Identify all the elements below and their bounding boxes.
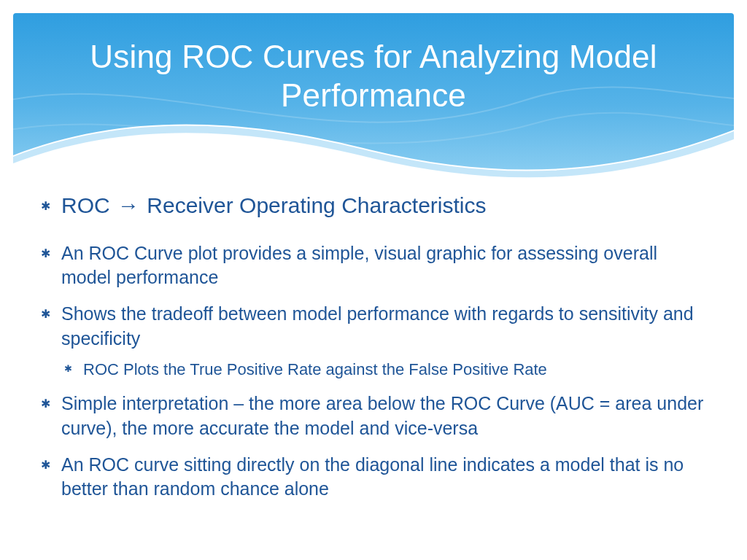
arrow-icon: → [116, 191, 141, 221]
title-banner: Using ROC Curves for Analyzing Model Per… [13, 13, 734, 181]
slide-body: ROC → Receiver Operating Characteristics… [39, 191, 708, 513]
lead-bullet: ROC → Receiver Operating Characteristics [39, 191, 708, 221]
bullet-item: Shows the tradeoff between model perform… [39, 302, 708, 380]
bullet-item: Simple interpretation – the more area be… [39, 392, 708, 441]
sub-bullet-list: ROC Plots the True Positive Rate against… [61, 359, 708, 381]
lead-text-pre: ROC [61, 193, 116, 217]
bullet-item: An ROC curve sitting directly on the dia… [39, 453, 708, 502]
sub-bullet-item: ROC Plots the True Positive Rate against… [61, 359, 708, 381]
slide-title: Using ROC Curves for Analyzing Model Per… [13, 38, 734, 115]
bullet-item: An ROC Curve plot provides a simple, vis… [39, 241, 708, 291]
slide: Using ROC Curves for Analyzing Model Per… [0, 0, 747, 560]
bullet-text: Shows the tradeoff between model perform… [61, 303, 694, 349]
bullet-list: ROC → Receiver Operating Characteristics… [39, 191, 708, 502]
lead-text-post: Receiver Operating Characteristics [141, 193, 487, 217]
